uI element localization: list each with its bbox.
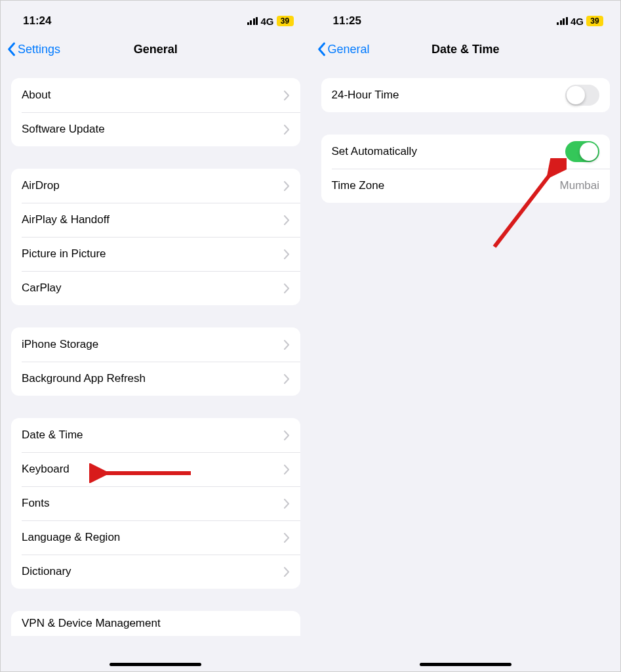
chevron-right-icon: [284, 181, 290, 191]
network-label: 4G: [260, 16, 273, 27]
home-indicator[interactable]: [110, 663, 201, 666]
settings-group: Set Automatically Time Zone Mumbai: [321, 135, 611, 203]
settings-group: AirDrop AirPlay & Handoff Picture in Pic…: [11, 169, 300, 305]
row-label: Background App Refresh: [22, 372, 146, 385]
row-label: Dictionary: [22, 565, 71, 578]
row-vpn-device-management[interactable]: VPN & Device Management: [11, 611, 300, 636]
status-bar: 11:24 4G 39: [1, 1, 311, 32]
status-time: 11:25: [333, 14, 361, 28]
row-label: Picture in Picture: [22, 247, 106, 261]
chevron-right-icon: [284, 249, 290, 259]
row-label: Set Automatically: [332, 145, 417, 158]
chevron-right-icon: [284, 465, 290, 474]
battery-badge: 39: [586, 16, 603, 26]
row-software-update[interactable]: Software Update: [11, 112, 300, 146]
row-airdrop[interactable]: AirDrop: [11, 169, 300, 203]
status-time: 11:24: [23, 14, 51, 28]
status-bar: 11:25 4G 39: [311, 1, 621, 32]
row-label: iPhone Storage: [22, 338, 98, 351]
signal-icon: [557, 17, 568, 25]
page-title: General: [134, 43, 178, 56]
chevron-right-icon: [284, 215, 290, 225]
row-label: About: [22, 89, 50, 102]
row-fonts[interactable]: Fonts: [11, 486, 300, 520]
chevron-right-icon: [284, 374, 290, 384]
chevron-right-icon: [284, 91, 290, 100]
row-carplay[interactable]: CarPlay: [11, 271, 300, 305]
chevron-right-icon: [284, 340, 290, 350]
content: About Software Update AirDrop AirPlay & …: [1, 66, 311, 671]
status-right: 4G 39: [247, 16, 294, 27]
phone-right-date-time: 11:25 4G 39 General Date & Time 24-Hour …: [311, 1, 621, 671]
row-label: Fonts: [22, 497, 50, 510]
row-label: Date & Time: [22, 429, 83, 442]
settings-group: Date & Time Keyboard Fonts Language & Re…: [11, 418, 300, 589]
settings-group-partial: VPN & Device Management: [11, 611, 300, 636]
toggle-set-automatically[interactable]: [565, 141, 599, 162]
chevron-left-icon: [316, 42, 327, 56]
row-label: CarPlay: [22, 282, 61, 295]
chevron-left-icon: [6, 42, 16, 56]
nav-bar: General Date & Time: [311, 32, 621, 66]
row-label: AirPlay & Handoff: [22, 213, 110, 226]
chevron-right-icon: [284, 430, 290, 440]
home-indicator[interactable]: [420, 663, 511, 666]
row-label: 24-Hour Time: [332, 89, 399, 102]
network-label: 4G: [571, 16, 584, 27]
settings-group: About Software Update: [11, 78, 300, 146]
row-label: AirDrop: [22, 179, 60, 192]
row-label: Language & Region: [22, 531, 120, 544]
chevron-right-icon: [284, 499, 290, 509]
row-label: VPN & Device Management: [22, 617, 161, 630]
chevron-right-icon: [284, 533, 290, 543]
status-right: 4G 39: [557, 16, 603, 27]
settings-group: iPhone Storage Background App Refresh: [11, 327, 300, 396]
row-value: Mumbai: [560, 179, 599, 192]
row-keyboard[interactable]: Keyboard: [11, 452, 300, 486]
content: 24-Hour Time Set Automatically Time Zone…: [311, 66, 621, 671]
row-label: Keyboard: [22, 463, 70, 476]
row-date-time[interactable]: Date & Time: [11, 418, 300, 452]
phone-left-general: 11:24 4G 39 Settings General About Softw…: [1, 1, 311, 671]
toggle-24-hour-time[interactable]: [565, 85, 599, 106]
chevron-right-icon: [284, 284, 290, 293]
back-button[interactable]: General: [316, 42, 370, 56]
back-label: Settings: [18, 43, 60, 56]
row-label: Software Update: [22, 123, 105, 136]
chevron-right-icon: [284, 125, 290, 135]
row-set-automatically: Set Automatically: [321, 135, 611, 169]
battery-badge: 39: [277, 16, 294, 26]
nav-bar: Settings General: [1, 32, 311, 66]
back-label: General: [328, 43, 370, 56]
row-dictionary[interactable]: Dictionary: [11, 555, 300, 589]
row-airplay-handoff[interactable]: AirPlay & Handoff: [11, 203, 300, 237]
chevron-right-icon: [284, 567, 290, 577]
row-time-zone[interactable]: Time Zone Mumbai: [321, 169, 611, 203]
row-label: Time Zone: [332, 179, 385, 192]
page-title: Date & Time: [431, 43, 500, 56]
row-about[interactable]: About: [11, 78, 300, 112]
row-background-app-refresh[interactable]: Background App Refresh: [11, 362, 300, 396]
row-language-region[interactable]: Language & Region: [11, 520, 300, 555]
back-button[interactable]: Settings: [6, 42, 60, 56]
row-iphone-storage[interactable]: iPhone Storage: [11, 327, 300, 362]
settings-group: 24-Hour Time: [321, 78, 611, 112]
signal-icon: [247, 17, 258, 25]
row-picture-in-picture[interactable]: Picture in Picture: [11, 237, 300, 271]
row-24-hour-time: 24-Hour Time: [321, 78, 611, 112]
